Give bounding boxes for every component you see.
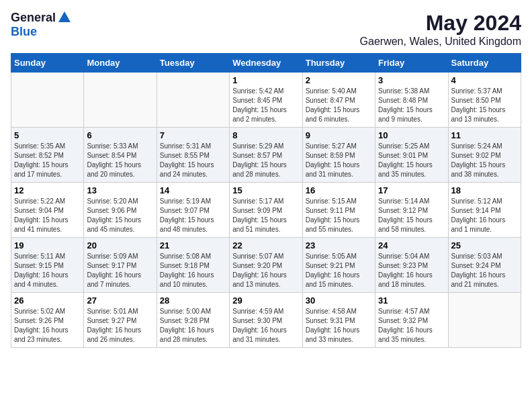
day-detail: Sunrise: 5:15 AM Sunset: 9:11 PM Dayligh… — [306, 197, 372, 234]
day-number: 29 — [232, 295, 299, 306]
day-detail: Sunrise: 5:07 AM Sunset: 9:20 PM Dayligh… — [232, 252, 299, 289]
day-detail: Sunrise: 5:04 AM Sunset: 9:23 PM Dayligh… — [378, 252, 445, 289]
day-number: 12 — [14, 185, 81, 195]
calendar-cell — [84, 73, 157, 128]
calendar-cell: 11Sunrise: 5:24 AM Sunset: 9:02 PM Dayli… — [448, 128, 521, 183]
calendar-cell: 29Sunrise: 4:59 AM Sunset: 9:30 PM Dayli… — [230, 293, 302, 348]
calendar-cell: 18Sunrise: 5:12 AM Sunset: 9:14 PM Dayli… — [448, 183, 521, 238]
day-number: 22 — [232, 240, 299, 250]
calendar-cell: 10Sunrise: 5:25 AM Sunset: 9:01 PM Dayli… — [375, 128, 448, 183]
day-number: 18 — [451, 185, 518, 195]
day-detail: Sunrise: 5:00 AM Sunset: 9:28 PM Dayligh… — [160, 307, 226, 345]
calendar-cell: 21Sunrise: 5:08 AM Sunset: 9:18 PM Dayli… — [157, 238, 229, 293]
calendar-cell: 2Sunrise: 5:40 AM Sunset: 8:47 PM Daylig… — [302, 73, 375, 128]
calendar-cell — [448, 293, 521, 348]
day-detail: Sunrise: 5:19 AM Sunset: 9:07 PM Dayligh… — [160, 197, 226, 234]
header-saturday: Saturday — [448, 54, 521, 73]
logo-icon — [57, 10, 72, 25]
calendar-cell: 12Sunrise: 5:22 AM Sunset: 9:04 PM Dayli… — [11, 183, 84, 238]
day-number: 5 — [14, 130, 81, 140]
day-detail: Sunrise: 5:31 AM Sunset: 8:55 PM Dayligh… — [160, 142, 226, 179]
day-detail: Sunrise: 5:24 AM Sunset: 9:02 PM Dayligh… — [451, 142, 518, 179]
day-number: 3 — [378, 75, 445, 85]
calendar-cell: 17Sunrise: 5:14 AM Sunset: 9:12 PM Dayli… — [375, 183, 448, 238]
day-detail: Sunrise: 5:11 AM Sunset: 9:15 PM Dayligh… — [14, 252, 81, 289]
day-number: 9 — [306, 130, 372, 140]
header-wednesday: Wednesday — [230, 54, 302, 73]
logo-blue-text: Blue — [11, 25, 37, 38]
day-detail: Sunrise: 5:42 AM Sunset: 8:45 PM Dayligh… — [232, 87, 299, 124]
day-number: 31 — [378, 295, 445, 306]
calendar-cell: 5Sunrise: 5:35 AM Sunset: 8:52 PM Daylig… — [11, 128, 84, 183]
calendar-cell: 20Sunrise: 5:09 AM Sunset: 9:17 PM Dayli… — [84, 238, 157, 293]
day-number: 15 — [232, 185, 299, 195]
day-number: 11 — [451, 130, 518, 140]
day-detail: Sunrise: 5:03 AM Sunset: 9:24 PM Dayligh… — [451, 252, 518, 289]
day-number: 30 — [306, 295, 372, 306]
calendar-cell: 16Sunrise: 5:15 AM Sunset: 9:11 PM Dayli… — [302, 183, 375, 238]
week-row: 5Sunrise: 5:35 AM Sunset: 8:52 PM Daylig… — [11, 128, 521, 183]
day-detail: Sunrise: 5:02 AM Sunset: 9:26 PM Dayligh… — [14, 307, 81, 345]
calendar-cell: 19Sunrise: 5:11 AM Sunset: 9:15 PM Dayli… — [11, 238, 84, 293]
calendar-cell: 13Sunrise: 5:20 AM Sunset: 9:06 PM Dayli… — [84, 183, 157, 238]
svg-marker-0 — [58, 11, 71, 22]
day-number: 20 — [87, 240, 153, 250]
calendar-cell: 14Sunrise: 5:19 AM Sunset: 9:07 PM Dayli… — [157, 183, 229, 238]
header-monday: Monday — [84, 54, 157, 73]
day-detail: Sunrise: 5:40 AM Sunset: 8:47 PM Dayligh… — [306, 87, 372, 124]
day-number: 2 — [306, 75, 372, 85]
day-number: 14 — [160, 185, 226, 195]
day-detail: Sunrise: 4:58 AM Sunset: 9:31 PM Dayligh… — [306, 307, 372, 345]
calendar-cell: 28Sunrise: 5:00 AM Sunset: 9:28 PM Dayli… — [157, 293, 229, 348]
header-tuesday: Tuesday — [157, 54, 229, 73]
day-detail: Sunrise: 5:09 AM Sunset: 9:17 PM Dayligh… — [87, 252, 153, 289]
week-row: 19Sunrise: 5:11 AM Sunset: 9:15 PM Dayli… — [11, 238, 521, 293]
title-section: May 2024 Gaerwen, Wales, United Kingdom — [360, 11, 521, 48]
day-number: 25 — [451, 240, 518, 250]
calendar-cell: 1Sunrise: 5:42 AM Sunset: 8:45 PM Daylig… — [230, 73, 302, 128]
calendar-cell: 6Sunrise: 5:33 AM Sunset: 8:54 PM Daylig… — [84, 128, 157, 183]
header-sunday: Sunday — [11, 54, 84, 73]
day-detail: Sunrise: 5:20 AM Sunset: 9:06 PM Dayligh… — [87, 197, 153, 234]
day-number: 21 — [160, 240, 226, 250]
day-detail: Sunrise: 5:33 AM Sunset: 8:54 PM Dayligh… — [87, 142, 153, 179]
day-detail: Sunrise: 5:35 AM Sunset: 8:52 PM Dayligh… — [14, 142, 81, 179]
day-detail: Sunrise: 5:12 AM Sunset: 9:14 PM Dayligh… — [451, 197, 518, 234]
day-number: 7 — [160, 130, 226, 140]
day-detail: Sunrise: 5:22 AM Sunset: 9:04 PM Dayligh… — [14, 197, 81, 234]
calendar-cell: 26Sunrise: 5:02 AM Sunset: 9:26 PM Dayli… — [11, 293, 84, 348]
day-detail: Sunrise: 5:05 AM Sunset: 9:21 PM Dayligh… — [306, 252, 372, 289]
calendar-cell: 23Sunrise: 5:05 AM Sunset: 9:21 PM Dayli… — [302, 238, 375, 293]
week-row: 1Sunrise: 5:42 AM Sunset: 8:45 PM Daylig… — [11, 73, 521, 128]
calendar-cell: 4Sunrise: 5:37 AM Sunset: 8:50 PM Daylig… — [448, 73, 521, 128]
calendar-header-row: SundayMondayTuesdayWednesdayThursdayFrid… — [11, 54, 521, 73]
calendar-cell: 8Sunrise: 5:29 AM Sunset: 8:57 PM Daylig… — [230, 128, 302, 183]
day-number: 17 — [378, 185, 445, 195]
day-detail: Sunrise: 4:57 AM Sunset: 9:32 PM Dayligh… — [378, 307, 445, 345]
day-number: 26 — [14, 295, 81, 306]
calendar-cell: 30Sunrise: 4:58 AM Sunset: 9:31 PM Dayli… — [302, 293, 375, 348]
day-number: 1 — [232, 75, 299, 85]
day-number: 16 — [306, 185, 372, 195]
day-detail: Sunrise: 5:25 AM Sunset: 9:01 PM Dayligh… — [378, 142, 445, 179]
month-title: May 2024 — [360, 11, 521, 36]
day-detail: Sunrise: 5:08 AM Sunset: 9:18 PM Dayligh… — [160, 252, 226, 289]
logo-general-text: General — [11, 11, 56, 25]
calendar-cell: 9Sunrise: 5:27 AM Sunset: 8:59 PM Daylig… — [302, 128, 375, 183]
calendar-cell: 15Sunrise: 5:17 AM Sunset: 9:09 PM Dayli… — [230, 183, 302, 238]
day-number: 27 — [87, 295, 153, 306]
calendar-cell: 24Sunrise: 5:04 AM Sunset: 9:23 PM Dayli… — [375, 238, 448, 293]
page-header: General Blue May 2024 Gaerwen, Wales, Un… — [11, 11, 521, 48]
calendar-cell: 27Sunrise: 5:01 AM Sunset: 9:27 PM Dayli… — [84, 293, 157, 348]
day-number: 23 — [306, 240, 372, 250]
calendar-cell — [157, 73, 229, 128]
calendar-cell: 31Sunrise: 4:57 AM Sunset: 9:32 PM Dayli… — [375, 293, 448, 348]
day-number: 13 — [87, 185, 153, 195]
calendar-cell: 7Sunrise: 5:31 AM Sunset: 8:55 PM Daylig… — [157, 128, 229, 183]
day-number: 19 — [14, 240, 81, 250]
header-friday: Friday — [375, 54, 448, 73]
day-number: 8 — [232, 130, 299, 140]
day-detail: Sunrise: 5:37 AM Sunset: 8:50 PM Dayligh… — [451, 87, 518, 124]
day-detail: Sunrise: 4:59 AM Sunset: 9:30 PM Dayligh… — [232, 307, 299, 345]
header-thursday: Thursday — [302, 54, 375, 73]
